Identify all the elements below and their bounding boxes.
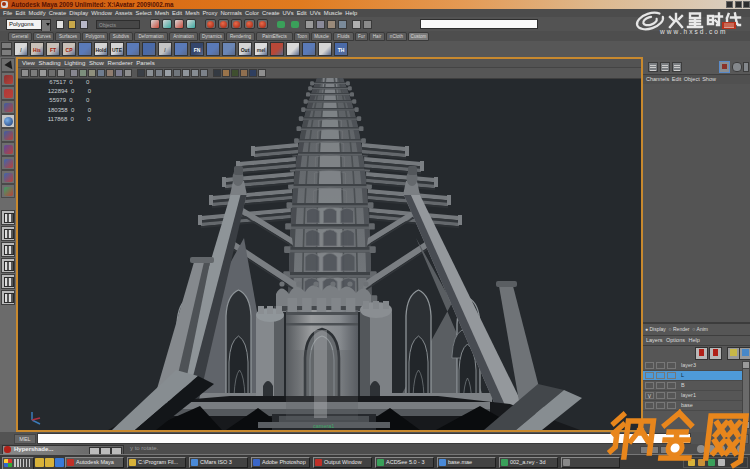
svg-text:camera1: camera1: [313, 423, 334, 429]
svg-text:www.hxsd.com: www.hxsd.com: [659, 28, 727, 35]
